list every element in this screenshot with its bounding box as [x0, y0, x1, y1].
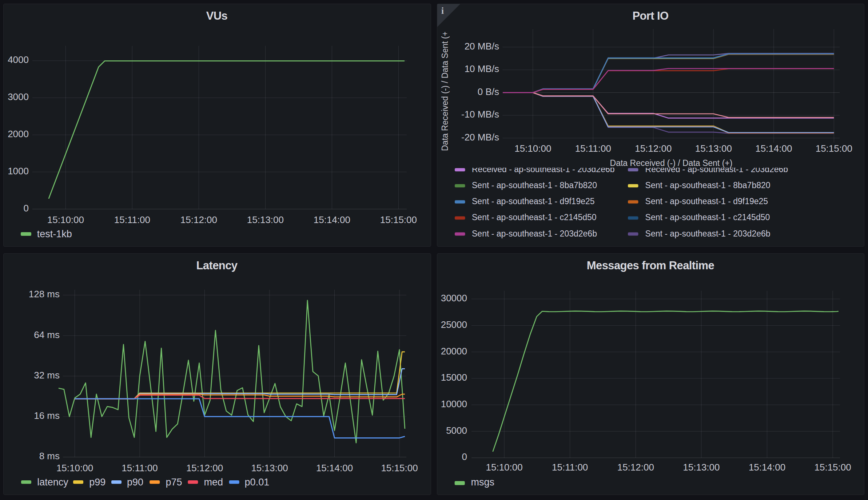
svg-text:msgs: msgs	[471, 477, 495, 488]
svg-text:5000: 5000	[446, 425, 467, 436]
svg-text:8 ms: 8 ms	[39, 451, 60, 461]
svg-text:20000: 20000	[441, 346, 467, 357]
svg-text:15:11:00: 15:11:00	[552, 462, 588, 473]
svg-text:test-1kb: test-1kb	[37, 229, 72, 239]
svg-text:15000: 15000	[441, 372, 467, 383]
svg-text:15:15:00: 15:15:00	[814, 462, 851, 473]
svg-text:Sent - ap-southeast-1 - 203d2e: Sent - ap-southeast-1 - 203d2e6b	[645, 229, 771, 238]
svg-text:p0.01: p0.01	[245, 477, 270, 488]
svg-text:latency: latency	[37, 477, 68, 488]
svg-text:15:14:00: 15:14:00	[755, 143, 792, 154]
svg-text:Sent - ap-southeast-1 - 8ba7b8: Sent - ap-southeast-1 - 8ba7b820	[645, 180, 771, 190]
svg-text:15:15:00: 15:15:00	[381, 463, 418, 473]
svg-text:15:10:00: 15:10:00	[47, 214, 84, 225]
svg-text:-20 MB/s: -20 MB/s	[461, 132, 499, 143]
svg-text:15:13:00: 15:13:00	[251, 463, 288, 473]
svg-text:med: med	[204, 477, 223, 488]
svg-text:0: 0	[462, 451, 467, 462]
svg-text:1000: 1000	[8, 166, 29, 176]
svg-text:15:13:00: 15:13:00	[695, 143, 732, 154]
svg-text:Sent - ap-southeast-1 - d9f19e: Sent - ap-southeast-1 - d9f19e25	[645, 197, 768, 206]
svg-text:10000: 10000	[441, 398, 467, 409]
svg-text:15:12:00: 15:12:00	[635, 143, 672, 154]
svg-text:0: 0	[24, 203, 29, 214]
svg-text:64 ms: 64 ms	[34, 329, 60, 340]
svg-text:25000: 25000	[441, 319, 467, 330]
svg-text:15:10:00: 15:10:00	[486, 462, 522, 473]
svg-text:15:13:00: 15:13:00	[247, 214, 284, 225]
svg-text:-10 MB/s: -10 MB/s	[461, 109, 499, 120]
svg-text:Data Received (-) / Data Sent: Data Received (-) / Data Sent (+)	[440, 28, 450, 151]
svg-text:15:15:00: 15:15:00	[816, 143, 852, 154]
svg-text:15:15:00: 15:15:00	[380, 214, 417, 225]
svg-text:128 ms: 128 ms	[29, 289, 60, 299]
svg-text:i: i	[441, 6, 444, 16]
svg-text:20 MB/s: 20 MB/s	[465, 41, 499, 52]
svg-text:Messages from Realtime: Messages from Realtime	[587, 259, 714, 272]
svg-text:16 ms: 16 ms	[34, 410, 60, 421]
svg-text:15:11:00: 15:11:00	[575, 143, 611, 154]
svg-text:Data Received (-) / Data Sent: Data Received (-) / Data Sent (+)	[610, 158, 733, 168]
svg-text:3000: 3000	[8, 91, 29, 102]
svg-text:15:10:00: 15:10:00	[514, 143, 551, 154]
svg-text:Port IO: Port IO	[632, 9, 668, 22]
svg-text:30000: 30000	[441, 293, 467, 303]
svg-text:10 MB/s: 10 MB/s	[465, 63, 499, 74]
svg-text:4000: 4000	[8, 54, 29, 65]
svg-text:VUs: VUs	[206, 9, 228, 22]
svg-text:Received - ap-southeast-1 - 20: Received - ap-southeast-1 - 203d2e6b	[472, 164, 615, 174]
svg-text:15:11:00: 15:11:00	[114, 214, 150, 225]
svg-text:15:12:00: 15:12:00	[617, 462, 654, 473]
svg-text:Latency: Latency	[196, 259, 238, 272]
svg-text:2000: 2000	[8, 128, 29, 139]
svg-text:Sent - ap-southeast-1 - d9f19e: Sent - ap-southeast-1 - d9f19e25	[472, 197, 595, 206]
svg-text:p99: p99	[89, 477, 105, 488]
svg-text:15:11:00: 15:11:00	[122, 463, 158, 473]
svg-text:0 B/s: 0 B/s	[478, 86, 499, 97]
svg-text:Sent - ap-southeast-1 - c2145d: Sent - ap-southeast-1 - c2145d50	[645, 213, 770, 222]
svg-text:p75: p75	[166, 477, 182, 488]
svg-text:Sent - ap-southeast-1 - 203d2e: Sent - ap-southeast-1 - 203d2e6b	[472, 229, 597, 238]
svg-text:15:14:00: 15:14:00	[314, 214, 350, 225]
svg-text:15:14:00: 15:14:00	[316, 463, 353, 473]
svg-text:15:10:00: 15:10:00	[56, 463, 93, 473]
svg-text:15:12:00: 15:12:00	[186, 463, 223, 473]
svg-text:15:14:00: 15:14:00	[749, 462, 785, 473]
svg-text:32 ms: 32 ms	[34, 370, 60, 381]
svg-text:p90: p90	[127, 477, 143, 488]
svg-text:Sent - ap-southeast-1 - c2145d: Sent - ap-southeast-1 - c2145d50	[472, 213, 597, 222]
svg-text:15:13:00: 15:13:00	[683, 462, 720, 473]
svg-text:15:12:00: 15:12:00	[180, 214, 217, 225]
svg-text:Sent - ap-southeast-1 - 8ba7b8: Sent - ap-southeast-1 - 8ba7b820	[472, 180, 597, 190]
